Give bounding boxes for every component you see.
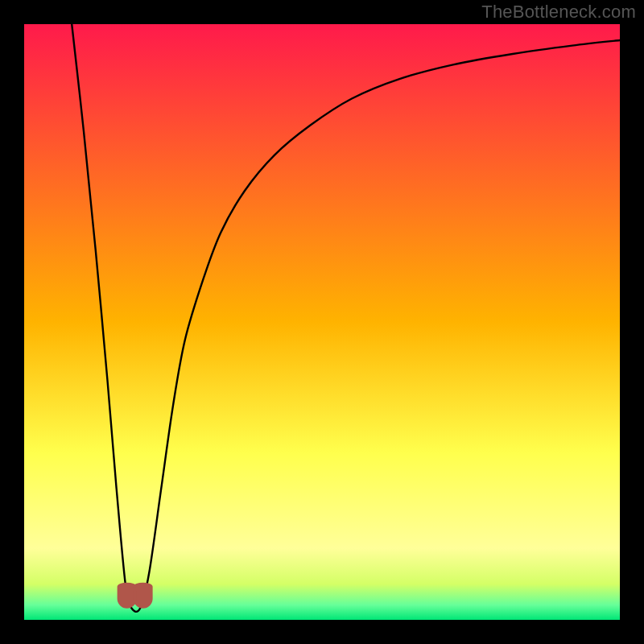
watermark-text: TheBottleneck.com bbox=[481, 2, 636, 23]
chart-container: TheBottleneck.com bbox=[0, 0, 644, 644]
chart-svg bbox=[0, 0, 644, 644]
plot-background bbox=[24, 24, 620, 620]
min-marker bbox=[118, 584, 152, 608]
